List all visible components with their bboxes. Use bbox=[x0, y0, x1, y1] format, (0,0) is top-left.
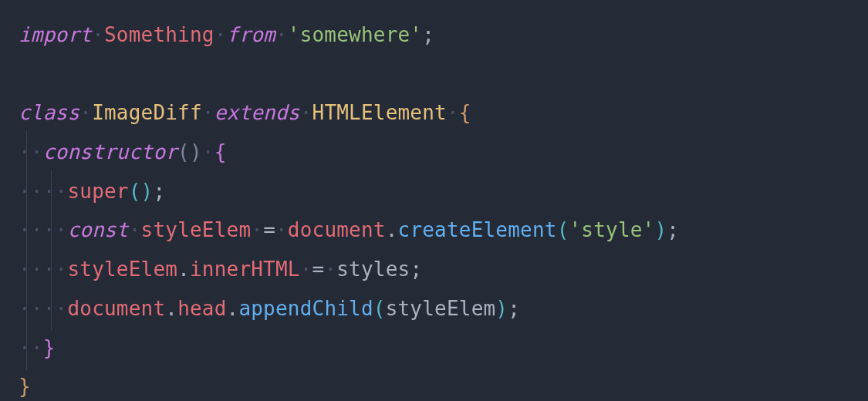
indent-guide: · bbox=[43, 180, 56, 203]
whitespace-dot: · bbox=[447, 101, 459, 124]
keyword-const: const bbox=[67, 218, 128, 241]
identifier-document: document bbox=[288, 218, 386, 241]
whitespace-dot: · bbox=[56, 297, 68, 320]
whitespace-dot: · bbox=[275, 218, 288, 241]
identifier-something: Something bbox=[104, 23, 214, 46]
brace-close: } bbox=[19, 375, 31, 398]
whitespace-dot: · bbox=[251, 218, 263, 241]
semicolon: ; bbox=[422, 23, 434, 46]
super-call: super bbox=[67, 180, 128, 203]
property-innerhtml: innerHTML bbox=[190, 258, 300, 281]
whitespace-dot: · bbox=[202, 140, 214, 163]
keyword-import: import bbox=[19, 23, 92, 46]
code-block: import·Something·from·'somewhere'; class… bbox=[0, 0, 868, 401]
indent-guide: · bbox=[19, 336, 31, 359]
code-line-4: ··constructor()·{ bbox=[19, 140, 227, 163]
parens: () bbox=[129, 180, 154, 203]
whitespace-dot: · bbox=[31, 258, 43, 281]
whitespace-dot: · bbox=[31, 218, 43, 241]
whitespace-dot: · bbox=[92, 23, 104, 46]
var-styleelem: styleElem bbox=[141, 218, 252, 241]
code-line-9: ··} bbox=[19, 336, 56, 359]
indent-guide: · bbox=[19, 297, 31, 320]
dot: . bbox=[177, 258, 190, 281]
indent-guide: · bbox=[43, 258, 56, 281]
code-line-7: ····styleElem.innerHTML·=·styles; bbox=[19, 258, 422, 281]
equals: = bbox=[263, 218, 275, 241]
whitespace-dot: · bbox=[56, 180, 68, 203]
whitespace-dot: · bbox=[300, 258, 312, 281]
indent-guide: · bbox=[19, 140, 31, 163]
indent-guide: · bbox=[19, 258, 31, 281]
class-name-imagediff: ImageDiff bbox=[92, 101, 202, 124]
method-appendchild: appendChild bbox=[238, 297, 373, 320]
paren-close: ) bbox=[495, 297, 508, 320]
identifier-styleelem: styleElem bbox=[67, 258, 177, 281]
whitespace-dot: · bbox=[31, 140, 43, 163]
whitespace-dot: · bbox=[31, 336, 43, 359]
semicolon: ; bbox=[410, 258, 422, 281]
constructor-keyword: constructor bbox=[43, 140, 177, 163]
identifier-styles: styles bbox=[336, 258, 410, 281]
whitespace-dot: · bbox=[300, 101, 312, 124]
dot: . bbox=[165, 297, 177, 320]
paren-close: ) bbox=[654, 218, 667, 241]
whitespace-dot: · bbox=[79, 101, 92, 124]
semicolon: ; bbox=[153, 180, 165, 203]
whitespace-dot: · bbox=[324, 258, 336, 281]
whitespace-dot: · bbox=[56, 218, 68, 241]
paren-open: ( bbox=[373, 297, 386, 320]
string-style: 'style' bbox=[569, 218, 654, 241]
whitespace-dot: · bbox=[275, 23, 288, 46]
dot: . bbox=[386, 218, 398, 241]
semicolon: ; bbox=[667, 218, 679, 241]
brace-open: { bbox=[214, 140, 227, 163]
whitespace-dot: · bbox=[129, 218, 141, 241]
class-name-htmlelement: HTMLElement bbox=[312, 101, 447, 124]
identifier-document: document bbox=[67, 297, 165, 320]
parens: () bbox=[177, 140, 202, 163]
equals: = bbox=[312, 258, 325, 281]
whitespace-dot: · bbox=[31, 297, 43, 320]
code-line-6: ····const·styleElem·=·document.createEle… bbox=[19, 218, 679, 241]
property-head: head bbox=[177, 297, 226, 320]
keyword-from: from bbox=[227, 23, 275, 46]
code-line-8: ····document.head.appendChild(styleElem)… bbox=[19, 297, 520, 320]
semicolon: ; bbox=[508, 297, 520, 320]
paren-open: ( bbox=[557, 218, 569, 241]
code-line-5: ····super(); bbox=[19, 180, 165, 203]
method-createelement: createElement bbox=[398, 218, 557, 241]
brace-close: } bbox=[43, 336, 56, 359]
brace-open: { bbox=[459, 101, 471, 124]
code-line-3: class·ImageDiff·extends·HTMLElement·{ bbox=[19, 101, 471, 124]
whitespace-dot: · bbox=[31, 180, 43, 203]
indent-guide: · bbox=[43, 297, 56, 320]
keyword-extends: extends bbox=[214, 101, 300, 124]
code-line-1: import·Something·from·'somewhere'; bbox=[19, 23, 434, 46]
code-line-10: } bbox=[19, 375, 31, 398]
indent-guide: · bbox=[19, 218, 31, 241]
dot: . bbox=[227, 297, 239, 320]
indent-guide: · bbox=[43, 218, 56, 241]
whitespace-dot: · bbox=[202, 101, 214, 124]
keyword-class: class bbox=[19, 101, 79, 124]
indent-guide: · bbox=[19, 180, 31, 203]
string-somewhere: 'somewhere' bbox=[288, 23, 422, 46]
arg-styleelem: styleElem bbox=[386, 297, 496, 320]
whitespace-dot: · bbox=[214, 23, 227, 46]
whitespace-dot: · bbox=[56, 258, 68, 281]
